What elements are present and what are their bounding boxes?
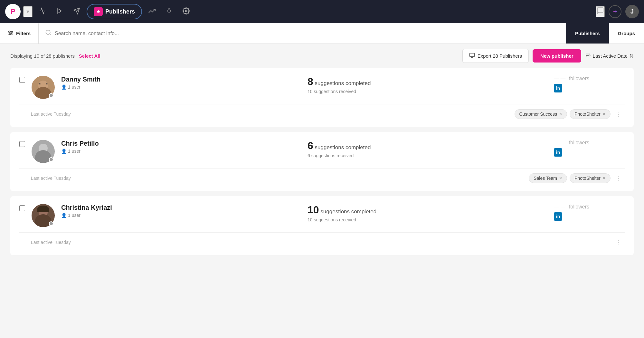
publisher-bottom-row: Last active Tuesday Customer Success ✕ P… [19, 104, 625, 119]
avatar-container [32, 140, 55, 163]
followers-dashes: — — [554, 140, 565, 145]
nav-settings-icon[interactable] [179, 5, 194, 19]
export-icon [469, 53, 475, 59]
publisher-name[interactable]: Danny Smith [61, 76, 301, 83]
nav-add-button[interactable]: + [609, 5, 621, 18]
svg-rect-12 [469, 53, 474, 57]
suggestions-label: suggestions completed [315, 80, 371, 86]
suggestions-label: suggestions completed [320, 208, 376, 215]
publisher-name[interactable]: Chris Petillo [61, 140, 301, 147]
publisher-bottom-row: Last active Tuesday ⋮ [19, 232, 625, 247]
linkedin-icon[interactable]: in [554, 212, 562, 221]
user-icon: 👤 [61, 213, 67, 218]
nav-fire-icon[interactable] [162, 5, 176, 19]
avatar-container [32, 204, 55, 227]
svg-point-10 [46, 30, 50, 34]
avatar-container [32, 76, 55, 99]
checkbox-area [19, 204, 25, 212]
tag-close-button[interactable]: ✕ [602, 112, 606, 116]
tab-groups[interactable]: Groups [609, 23, 644, 43]
publisher-info: Chris Petillo 👤 1 user [61, 140, 301, 154]
publisher-info: Christina Kyriazi 👤 1 user [61, 204, 301, 218]
publisher-name[interactable]: Christina Kyriazi [61, 204, 301, 211]
publisher-card: Chris Petillo 👤 1 user 6 suggestions com… [10, 132, 634, 191]
tag: Sales Team ✕ [529, 173, 567, 183]
online-status-dot [49, 93, 53, 98]
publisher-info: Danny Smith 👤 1 user [61, 76, 301, 90]
nav-publishers-label: Publishers [105, 8, 135, 15]
export-button[interactable]: Export 28 Publishers [462, 49, 529, 63]
search-input[interactable] [55, 31, 559, 36]
svg-line-11 [50, 34, 51, 35]
tag-label: PhotoShelter [574, 111, 601, 117]
online-status-dot [49, 221, 53, 226]
publisher-social: — — followers in [554, 76, 625, 92]
nav-chart-icon[interactable] [145, 5, 159, 19]
publisher-users: 👤 1 user [61, 149, 301, 154]
nav-dropdown-button[interactable]: ▾ [23, 6, 33, 17]
svg-point-9 [9, 34, 11, 35]
more-options-button[interactable]: ⋮ [613, 173, 625, 183]
tag-close-button[interactable]: ✕ [602, 176, 606, 180]
suggestions-count: 10 [308, 204, 319, 216]
suggestions-received: 10 suggestions received [308, 217, 547, 222]
filters-button[interactable]: Filters [0, 23, 39, 43]
nav-play-icon[interactable] [52, 5, 67, 19]
tags-area: Customer Success ✕ PhotoShelter ✕ ⋮ [515, 109, 625, 119]
online-status-dot [49, 157, 53, 162]
select-all-link[interactable]: Select All [79, 53, 100, 59]
tag: PhotoShelter ✕ [570, 109, 611, 119]
sort-icon [585, 53, 591, 59]
publisher-users: 👤 1 user [61, 84, 301, 90]
last-active-text: Last active Tuesday [31, 176, 529, 181]
suggestions-count: 8 [308, 76, 313, 87]
last-active-text: Last active Tuesday [31, 240, 613, 245]
suggestions-received: 10 suggestions received [308, 89, 547, 94]
suggestions-count: 6 [308, 140, 313, 151]
publisher-users: 👤 1 user [61, 213, 301, 218]
svg-marker-0 [58, 8, 62, 13]
tag: PhotoShelter ✕ [570, 173, 611, 183]
user-avatar[interactable]: J [625, 5, 639, 18]
tag-close-button[interactable]: ✕ [559, 176, 562, 180]
tab-publishers[interactable]: Publishers [566, 23, 609, 43]
publisher-checkbox[interactable] [19, 77, 25, 83]
linkedin-icon[interactable]: in [554, 148, 562, 157]
new-publisher-button[interactable]: New publisher [533, 49, 581, 63]
publisher-checkbox[interactable] [19, 205, 25, 211]
linkedin-icon[interactable]: in [554, 84, 562, 92]
last-active-text: Last active Tuesday [31, 111, 515, 117]
more-options-button[interactable]: ⋮ [613, 237, 625, 247]
tag-label: Sales Team [534, 176, 557, 181]
followers-text: — — followers [554, 204, 589, 210]
app-logo[interactable]: P [5, 4, 21, 19]
sort-chevron-icon: ⇅ [630, 53, 634, 59]
top-navigation: P ▾ ★ Publishers [0, 0, 644, 23]
star-icon: ★ [94, 7, 103, 16]
followers-dashes: — — [554, 76, 565, 81]
displaying-count: Displaying 10 of 28 publishers Select Al… [10, 53, 459, 59]
publisher-stats: 6 suggestions completed 6 suggestions re… [308, 140, 547, 158]
tags-area: ⋮ [613, 237, 625, 247]
nav-chat-button[interactable] [596, 6, 605, 17]
nav-publishers-button[interactable]: ★ Publishers [87, 4, 142, 19]
tag-close-button[interactable]: ✕ [559, 112, 562, 116]
publisher-list: Danny Smith 👤 1 user 8 suggestions compl… [0, 68, 644, 255]
nav-send-icon[interactable] [69, 5, 84, 19]
checkbox-area [19, 140, 25, 148]
user-icon: 👤 [61, 84, 67, 90]
publisher-checkbox[interactable] [19, 141, 25, 147]
more-options-button[interactable]: ⋮ [613, 109, 625, 119]
followers-text: — — followers [554, 140, 589, 146]
checkbox-area [19, 76, 25, 84]
user-icon: 👤 [61, 149, 67, 154]
filters-label: Filters [16, 31, 31, 36]
filters-icon [8, 30, 14, 37]
toolbar: Displaying 10 of 28 publishers Select Al… [0, 44, 644, 68]
suggestions-completed: 6 suggestions completed [308, 140, 547, 152]
nav-analytics-icon[interactable] [35, 5, 50, 19]
tag: Customer Success ✕ [515, 109, 567, 119]
sort-button[interactable]: Last Active Date ⇅ [585, 53, 634, 59]
publisher-card: Christina Kyriazi 👤 1 user 10 suggestion… [10, 196, 634, 255]
tab-group: Publishers Groups [566, 23, 644, 43]
